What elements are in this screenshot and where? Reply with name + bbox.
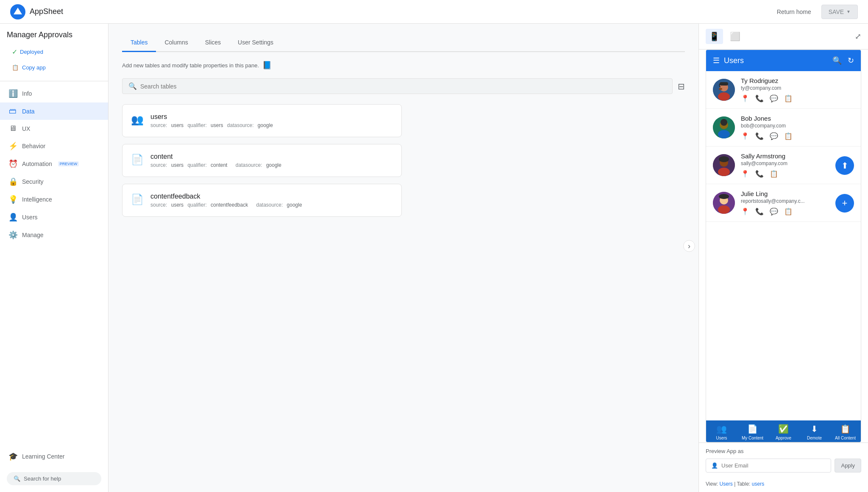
preview-nav-demote-icon: ⬇: [811, 424, 818, 434]
location-icon-julie[interactable]: 📍: [741, 207, 749, 216]
preview-nav-my-content[interactable]: 📄 My Content: [741, 424, 765, 440]
table-icon-contentfeedback: 📄: [131, 193, 144, 205]
preview-nav-approve-icon: ✅: [778, 424, 789, 434]
user-email-field[interactable]: [721, 462, 826, 469]
location-icon-sally[interactable]: 📍: [741, 170, 749, 178]
top-actions: Return home SAVE ▼: [772, 5, 858, 19]
svg-point-17: [718, 205, 730, 214]
location-icon-ty[interactable]: 📍: [741, 94, 749, 102]
qualifier-value-users: users: [211, 122, 223, 128]
copy-app-icon: 📋: [12, 64, 19, 71]
table-icon-content: 📄: [131, 154, 144, 166]
main-area: Manager Approvals ✓ Deployed 📋 Copy app …: [0, 24, 868, 492]
user-item-wrapper-ty: Ty Rodriguez ty@company.com 📍 📞 💬 📋: [706, 71, 861, 109]
table-info-contentfeedback: contentfeedback source: users qualifier:…: [150, 193, 393, 208]
sidebar-item-info[interactable]: ℹ️ Info: [0, 85, 108, 102]
datasource-value-users: google: [258, 122, 273, 128]
preview-nav: 👥 Users 📄 My Content ✅ Approve ⬇ Demote: [706, 420, 861, 442]
phone-icon-ty[interactable]: 📞: [755, 94, 764, 102]
expand-panel-button[interactable]: ›: [683, 240, 695, 252]
preview-nav-approve[interactable]: ✅ Approve: [772, 424, 796, 440]
sidebar-item-ux[interactable]: 🖥 UX: [0, 120, 108, 137]
tab-tables[interactable]: Tables: [122, 34, 156, 52]
phone-icon-bob[interactable]: 📞: [755, 132, 764, 140]
footer-view-value[interactable]: Users: [719, 481, 732, 487]
sidebar-item-data-label: Data: [22, 108, 35, 115]
list-icon-sally[interactable]: 📋: [770, 170, 778, 178]
preview-search-icon[interactable]: 🔍: [832, 56, 842, 65]
sidebar-item-intelligence[interactable]: 💡 Intelligence: [0, 191, 108, 208]
avatar-julie: [713, 192, 735, 214]
phone-icon-sally[interactable]: 📞: [755, 170, 764, 178]
sidebar-item-security[interactable]: 🔒 Security: [0, 173, 108, 191]
tab-columns[interactable]: Columns: [156, 34, 196, 52]
datasource-value-content: google: [266, 162, 281, 168]
location-icon-bob[interactable]: 📍: [741, 132, 749, 140]
preview-nav-all-content[interactable]: 📋 All Content: [834, 424, 857, 440]
apply-button[interactable]: Apply: [835, 459, 861, 473]
tablet-view-button[interactable]: ⬜: [726, 29, 744, 44]
sidebar-item-automation[interactable]: ⏰ Automation PREVIEW: [0, 155, 108, 173]
list-item[interactable]: Bob Jones bob@company.com 📍 📞 💬 📋: [706, 109, 861, 146]
tabs: Tables Columns Slices User Settings: [122, 34, 685, 52]
chat-icon-julie[interactable]: 💬: [770, 207, 778, 216]
sidebar-item-data[interactable]: 🗃 Data: [0, 102, 108, 120]
mobile-view-button[interactable]: 📱: [706, 29, 723, 44]
sidebar-learning-center[interactable]: 🎓 Learning Center: [7, 448, 101, 465]
expand-preview-button[interactable]: ⤢: [855, 32, 861, 41]
grid-view-button[interactable]: ⊟: [678, 81, 685, 91]
save-button[interactable]: SAVE ▼: [821, 5, 858, 19]
list-item[interactable]: Sally Armstrong sally@company.com 📍 📞 📋 …: [706, 146, 861, 184]
tab-slices[interactable]: Slices: [197, 34, 229, 52]
sidebar-item-users[interactable]: 👤 Users: [0, 208, 108, 226]
user-actions-ty: 📍 📞 💬 📋: [741, 94, 854, 102]
sidebar-bottom: 🎓 Learning Center 🔍 Search for help: [0, 441, 108, 492]
user-name-sally: Sally Armstrong: [741, 152, 854, 160]
table-row[interactable]: 📄 contentfeedback source: users qualifie…: [122, 184, 402, 217]
qualifier-label-users: qualifier:: [187, 122, 206, 128]
preview-nav-users[interactable]: 👥 Users: [710, 424, 734, 440]
table-row[interactable]: 📄 content source: users qualifier: conte…: [122, 144, 402, 177]
preview-nav-demote[interactable]: ⬇ Demote: [803, 424, 826, 440]
source-label-users: source:: [150, 122, 167, 128]
list-icon-julie[interactable]: 📋: [784, 207, 793, 216]
app-preview: ☰ Users 🔍 ↻: [706, 50, 861, 442]
search-tables-input[interactable]: [140, 83, 666, 90]
chat-icon-ty[interactable]: 💬: [770, 94, 778, 102]
table-row[interactable]: 👥 users source: users qualifier: users d…: [122, 104, 402, 137]
sidebar-item-manage[interactable]: ⚙️ Manage: [0, 226, 108, 244]
chat-icon-bob[interactable]: 💬: [770, 132, 778, 140]
tab-user-settings[interactable]: User Settings: [229, 34, 282, 52]
footer-table-value[interactable]: users: [752, 481, 764, 487]
copy-app-label: Copy app: [22, 64, 46, 71]
list-item[interactable]: Julie Ling reportstosally@company.c... 📍…: [706, 184, 861, 222]
info-icon: ℹ️: [8, 89, 17, 98]
list-icon-ty[interactable]: 📋: [784, 94, 793, 102]
preview-nav-mycontent-icon: 📄: [747, 424, 758, 434]
sidebar-item-behavior[interactable]: ⚡ Behavior: [0, 137, 108, 155]
doc-icon[interactable]: 📘: [262, 61, 272, 70]
logo-area: AppSheet: [10, 4, 63, 19]
sidebar-item-info-label: Info: [22, 90, 32, 97]
automation-icon: ⏰: [8, 159, 17, 169]
avatar-image-sally: [713, 154, 735, 176]
avatar-image-bob: [713, 116, 735, 138]
description-text: Add new tables and modify table properti…: [122, 62, 259, 69]
deployed-badge[interactable]: ✓ Deployed: [7, 46, 101, 58]
avatar-image-ty: [713, 79, 735, 101]
hamburger-icon[interactable]: ☰: [713, 56, 720, 65]
preview-refresh-icon[interactable]: ↻: [848, 56, 854, 65]
phone-icon-julie[interactable]: 📞: [755, 207, 764, 216]
behavior-icon: ⚡: [8, 141, 17, 151]
datasource-label-content: datasource:: [236, 162, 262, 168]
return-home-button[interactable]: Return home: [772, 5, 816, 19]
table-meta-users: source: users qualifier: users datasourc…: [150, 122, 393, 128]
copy-app-button[interactable]: 📋 Copy app: [7, 61, 101, 74]
upload-fab-sally[interactable]: ⬆: [835, 156, 854, 175]
list-icon-bob[interactable]: 📋: [784, 132, 793, 140]
sidebar-nav: ℹ️ Info 🗃 Data 🖥 UX ⚡ Behavior ⏰ Aut: [0, 85, 108, 244]
add-fab-julie[interactable]: +: [835, 194, 854, 213]
search-help[interactable]: 🔍 Search for help: [7, 472, 101, 485]
user-actions-bob: 📍 📞 💬 📋: [741, 132, 854, 140]
list-item[interactable]: Ty Rodriguez ty@company.com 📍 📞 💬 📋: [706, 71, 861, 109]
